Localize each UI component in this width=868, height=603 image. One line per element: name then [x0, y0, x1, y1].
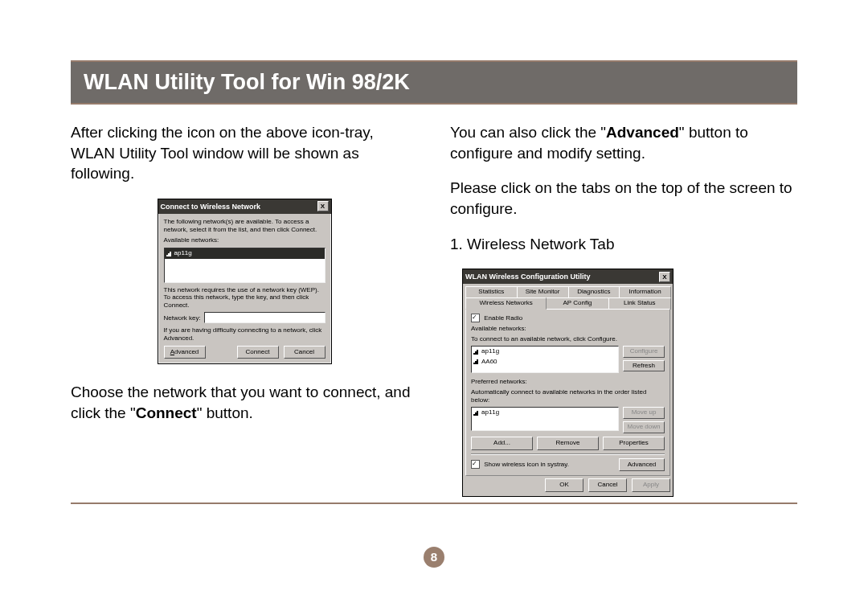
- signal-icon: [473, 359, 479, 364]
- tab-link-status[interactable]: Link Status: [608, 297, 671, 310]
- network-key-input[interactable]: [204, 312, 326, 323]
- tabs-text: Please click on the tabs on the top of t…: [450, 178, 797, 219]
- tab-diagnostics[interactable]: Diagnostics: [568, 286, 620, 298]
- dialog-titlebar: Connect to Wireless Network X: [158, 199, 331, 214]
- dialog-titlebar: WLAN Wireless Configuration Utility X: [463, 269, 673, 284]
- network-item-selected[interactable]: ap11g: [165, 248, 325, 259]
- advanced-text: You can also click the "Advanced" button…: [450, 122, 797, 163]
- add-button[interactable]: Add...: [471, 437, 533, 450]
- right-column: You can also click the "Advanced" button…: [450, 122, 797, 497]
- preferred-networks-group: ap11g Move up Move down: [471, 407, 665, 433]
- tab-statistics[interactable]: Statistics: [465, 286, 518, 298]
- separator: [471, 453, 665, 455]
- tab-ap-config[interactable]: AP Config: [546, 297, 608, 310]
- move-up-button[interactable]: Move up: [623, 407, 665, 419]
- enable-radio-label: Enable Radio: [484, 314, 522, 321]
- dialog-body: The following network(s) are available. …: [158, 214, 331, 364]
- network-item[interactable]: ap11g: [472, 347, 618, 357]
- apply-button[interactable]: Apply: [632, 478, 670, 492]
- network-key-label: Network key:: [164, 314, 201, 322]
- available-networks-list[interactable]: ap11g: [164, 248, 326, 283]
- manual-page: WLAN Utility Tool for Win 98/2K After cl…: [0, 0, 868, 603]
- config-utility-dialog: WLAN Wireless Configuration Utility X St…: [462, 269, 674, 497]
- instruction-text: The following network(s) are available. …: [164, 218, 326, 233]
- enable-radio-row: Enable Radio: [471, 314, 665, 322]
- enable-radio-checkbox[interactable]: [471, 314, 480, 322]
- network-ssid: ap11g: [174, 249, 192, 258]
- tab-wireless-networks[interactable]: Wireless Networks: [465, 297, 547, 310]
- page-number: 8: [424, 547, 444, 568]
- available-networks-label: Available networks:: [471, 325, 665, 334]
- section-title: WLAN Utility Tool for Win 98/2K: [84, 70, 410, 94]
- dialog-title: WLAN Wireless Configuration Utility: [465, 272, 590, 281]
- network-item[interactable]: ap11g: [472, 408, 618, 418]
- dialog-buttons: OK Cancel Apply: [463, 478, 673, 496]
- available-help: To connect to an available network, clic…: [471, 335, 665, 344]
- close-button[interactable]: X: [659, 272, 670, 282]
- tab-panel: Enable Radio Available networks: To conn…: [465, 309, 670, 477]
- preferred-networks-label: Preferred networks:: [471, 378, 665, 387]
- preferred-networks-list[interactable]: ap11g: [471, 407, 619, 431]
- advanced-help-text: If you are having difficulty connecting …: [164, 326, 326, 342]
- move-down-button[interactable]: Move down: [623, 421, 665, 433]
- systray-label: Show wireless icon in systray.: [484, 461, 569, 468]
- cancel-button[interactable]: Cancel: [588, 478, 627, 492]
- properties-button[interactable]: Properties: [603, 437, 665, 450]
- content-frame: WLAN Utility Tool for Win 98/2K After cl…: [71, 60, 797, 504]
- available-networks-list[interactable]: ap11g AA60: [471, 346, 619, 373]
- configure-button[interactable]: Configure: [623, 346, 665, 358]
- tab-strip: Statistics Site Monitor Diagnostics Info…: [463, 284, 673, 309]
- dialog-title: Connect to Wireless Network: [161, 202, 260, 211]
- signal-icon: [473, 410, 479, 416]
- tab-information[interactable]: Information: [619, 286, 671, 298]
- tab-site-monitor[interactable]: Site Monitor: [517, 286, 569, 298]
- advanced-button[interactable]: Advanced: [619, 458, 665, 472]
- available-networks-group: ap11g AA60 Configure Refresh: [471, 346, 665, 373]
- wep-text: This network requires the use of a netwo…: [164, 286, 326, 310]
- close-button[interactable]: X: [317, 201, 329, 211]
- choose-network-text: Choose the network that you want to conn…: [71, 382, 418, 423]
- network-item[interactable]: AA60: [472, 357, 618, 367]
- cancel-button[interactable]: Cancel: [284, 346, 326, 359]
- connect-dialog: Connect to Wireless Network X The follow…: [158, 199, 332, 365]
- advanced-button[interactable]: Advanced: [164, 346, 206, 359]
- connect-button[interactable]: Connect: [237, 346, 279, 359]
- signal-icon: [166, 251, 172, 256]
- two-column-layout: After clicking the icon on the above ico…: [71, 105, 797, 503]
- signal-icon: [473, 349, 479, 355]
- preferred-help: Automatically connect to available netwo…: [471, 388, 665, 406]
- refresh-button[interactable]: Refresh: [623, 360, 665, 372]
- available-networks-label: Available networks:: [164, 236, 326, 244]
- section-1-heading: 1. Wireless Network Tab: [450, 234, 797, 255]
- ok-button[interactable]: OK: [545, 478, 583, 492]
- remove-button[interactable]: Remove: [537, 437, 599, 450]
- intro-text: After clicking the icon on the above ico…: [71, 122, 418, 184]
- section-header: WLAN Utility Tool for Win 98/2K: [71, 62, 797, 105]
- left-column: After clicking the icon on the above ico…: [71, 122, 418, 497]
- systray-checkbox[interactable]: [471, 460, 480, 469]
